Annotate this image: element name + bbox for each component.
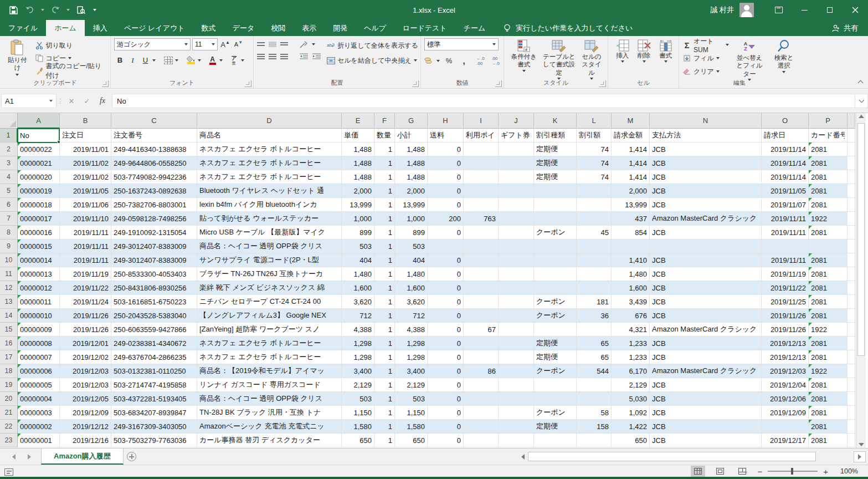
cell-D19[interactable]: リンナイ ガスコード 専用ガスコード bbox=[197, 378, 342, 392]
cell-N23[interactable]: JCB bbox=[650, 434, 762, 447]
cell-M20[interactable]: 5,030 bbox=[612, 392, 650, 406]
cell-P10[interactable]: 2081 bbox=[809, 253, 848, 267]
cell-K14[interactable]: クーポン bbox=[534, 309, 577, 323]
column-header-H[interactable]: H bbox=[428, 113, 464, 129]
column-header-L[interactable]: L bbox=[577, 113, 612, 129]
cell-G7[interactable]: 1,000 bbox=[395, 212, 428, 226]
cell-styles-button[interactable]: セルのスタイル bbox=[578, 38, 605, 81]
cell-E3[interactable]: 1,488 bbox=[342, 156, 374, 170]
cell-N12[interactable]: JCB bbox=[650, 281, 762, 295]
ribbon-tab-挿入[interactable]: 挿入 bbox=[85, 20, 116, 36]
cell-K17[interactable]: 定期便 bbox=[534, 350, 577, 364]
cell-L20[interactable] bbox=[577, 392, 612, 406]
cell-M1[interactable]: 請求金額 bbox=[612, 129, 650, 142]
cell-N5[interactable]: JCB bbox=[650, 184, 762, 198]
row-header-16[interactable]: 16 bbox=[0, 337, 18, 350]
cell-N6[interactable]: JCB bbox=[650, 198, 762, 212]
column-header-I[interactable]: I bbox=[464, 113, 499, 129]
cell-G12[interactable]: 1,600 bbox=[395, 281, 428, 295]
cell-N22[interactable]: JCB bbox=[650, 420, 762, 434]
cell-E17[interactable]: 1,298 bbox=[342, 350, 374, 364]
cell-C20[interactable]: 503-4372281-5193405 bbox=[111, 392, 197, 406]
column-header-O[interactable]: O bbox=[762, 113, 809, 129]
cell-I6[interactable] bbox=[464, 198, 499, 212]
cell-P17[interactable]: 2081 bbox=[809, 350, 848, 364]
undo-icon[interactable] bbox=[24, 4, 35, 16]
cell-J2[interactable] bbox=[499, 142, 534, 156]
fill-button[interactable]: フィル bbox=[682, 52, 729, 64]
cell-P8[interactable]: 2081 bbox=[809, 226, 848, 240]
sheet-tab-amazon[interactable]: Amazon購入履歴 bbox=[41, 449, 124, 465]
cell-P12[interactable]: 2081 bbox=[809, 281, 848, 295]
align-center-icon[interactable] bbox=[269, 54, 276, 59]
cell-D20[interactable]: 商品名：ヘイコー 透明 OPP袋 クリス bbox=[197, 392, 342, 406]
cell-sliver-17[interactable] bbox=[848, 350, 855, 364]
cell-I13[interactable] bbox=[464, 295, 499, 309]
cell-E4[interactable]: 1,488 bbox=[342, 170, 374, 184]
scroll-down-icon[interactable] bbox=[859, 443, 864, 446]
cell-E14[interactable]: 712 bbox=[342, 309, 374, 323]
cell-L17[interactable]: 65 bbox=[577, 350, 612, 364]
user-name[interactable]: 誠 村井 bbox=[710, 5, 734, 15]
cell-C22[interactable]: 249-3167309-3403050 bbox=[111, 420, 197, 434]
cell-D5[interactable]: Bluetooth ワイヤレス ヘッドセット 通 bbox=[197, 184, 342, 198]
cell-I9[interactable] bbox=[464, 240, 499, 253]
cell-E9[interactable]: 503 bbox=[342, 240, 374, 253]
cell-F22[interactable]: 1 bbox=[374, 420, 395, 434]
vertical-scroll-thumb[interactable] bbox=[857, 123, 865, 356]
cell-C13[interactable]: 503-1616851-6750223 bbox=[111, 295, 197, 309]
cell-N15[interactable]: Amazon MasterCard クラシック bbox=[650, 323, 762, 337]
cell-M16[interactable]: 1,233 bbox=[612, 337, 650, 350]
vertical-scrollbar[interactable] bbox=[856, 113, 866, 448]
align-right-icon[interactable] bbox=[280, 54, 288, 59]
cell-L22[interactable]: 158 bbox=[577, 420, 612, 434]
cell-C17[interactable]: 249-6376704-2866235 bbox=[111, 350, 197, 364]
cell-B10[interactable]: 2019/11/11 bbox=[60, 253, 111, 267]
cell-M4[interactable]: 1,414 bbox=[612, 170, 650, 184]
column-header-C[interactable]: C bbox=[111, 113, 197, 129]
row-header-13[interactable]: 13 bbox=[0, 295, 18, 309]
cell-D8[interactable]: Micro USB ケーブル 【最新版】マイク bbox=[197, 226, 342, 240]
format-as-table-button[interactable]: テーブルとして書式設定 bbox=[541, 38, 578, 81]
cell-K3[interactable]: 定期便 bbox=[534, 156, 577, 170]
cell-P19[interactable]: 2081 bbox=[809, 378, 848, 392]
cell-sliver-7[interactable] bbox=[848, 212, 855, 226]
cell-B13[interactable]: 2019/11/24 bbox=[60, 295, 111, 309]
number-format-select[interactable]: 標準 bbox=[424, 38, 499, 50]
cell-K20[interactable] bbox=[534, 392, 577, 406]
cell-A8[interactable]: 00000016 bbox=[18, 226, 60, 240]
normal-view-button[interactable] bbox=[691, 466, 705, 477]
cell-P13[interactable]: 2081 bbox=[809, 295, 848, 309]
cell-D3[interactable]: ネスカフェ エクセラ ボトルコーヒー bbox=[197, 156, 342, 170]
cell-J4[interactable] bbox=[499, 170, 534, 184]
cell-H14[interactable]: 0 bbox=[428, 309, 464, 323]
cell-L2[interactable]: 74 bbox=[577, 142, 612, 156]
row-header-5[interactable]: 5 bbox=[0, 184, 18, 198]
underline-button[interactable]: U bbox=[140, 54, 151, 66]
cell-E5[interactable]: 2,000 bbox=[342, 184, 374, 198]
cell-A20[interactable]: 00000004 bbox=[18, 392, 60, 406]
currency-icon[interactable] bbox=[424, 57, 433, 65]
cell-L18[interactable]: 544 bbox=[577, 364, 612, 378]
alignment-dialog-launcher-icon[interactable] bbox=[412, 80, 419, 87]
cut-button[interactable]: 切り取り bbox=[35, 39, 108, 52]
cell-C21[interactable]: 503-6834207-8939847 bbox=[111, 406, 197, 420]
row-header-22[interactable]: 22 bbox=[0, 420, 18, 434]
cell-H3[interactable]: 0 bbox=[428, 156, 464, 170]
column-header-J[interactable]: J bbox=[499, 113, 534, 129]
cell-E23[interactable]: 650 bbox=[342, 434, 374, 447]
cell-G18[interactable]: 3,400 bbox=[395, 364, 428, 378]
cell-O10[interactable]: 2019/11/11 bbox=[762, 253, 809, 267]
cell-O1[interactable]: 請求日 bbox=[762, 129, 809, 142]
cell-P4[interactable]: 2081 bbox=[809, 170, 848, 184]
cell-J7[interactable] bbox=[499, 212, 534, 226]
cell-J15[interactable] bbox=[499, 323, 534, 337]
cell-N9[interactable] bbox=[650, 240, 762, 253]
cell-A13[interactable]: 00000011 bbox=[18, 295, 60, 309]
cell-L5[interactable] bbox=[577, 184, 612, 198]
cell-I20[interactable] bbox=[464, 392, 499, 406]
cell-O11[interactable]: 2019/11/19 bbox=[762, 267, 809, 281]
cell-H16[interactable]: 0 bbox=[428, 337, 464, 350]
row-header-6[interactable]: 6 bbox=[0, 198, 18, 212]
horizontal-scrollbar[interactable] bbox=[518, 449, 868, 465]
